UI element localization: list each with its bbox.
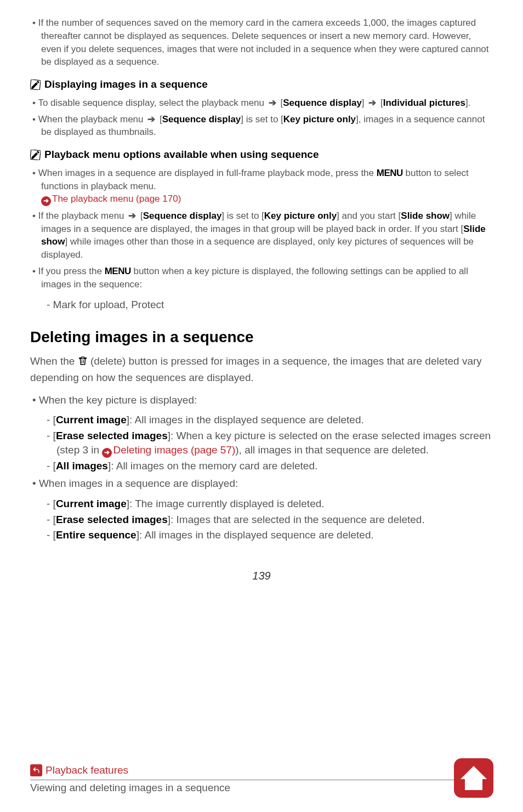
- scenario1-b: [Erase selected images]: When a key pict…: [56, 429, 493, 458]
- scenario1-sublist: [Current image]: All images in the displ…: [41, 413, 493, 473]
- arrow-icon: ➔: [368, 96, 376, 110]
- link-arrow-icon: ➜: [41, 196, 51, 206]
- breadcrumb-page: Viewing and deleting images in a sequenc…: [30, 781, 493, 796]
- intro-list: If the number of sequences saved on the …: [30, 16, 493, 69]
- scenario-sequence: When images in a sequence are displayed:…: [41, 476, 493, 542]
- scenario1-a: [Current image]: All images in the displ…: [56, 413, 493, 428]
- note2-sublist: Mark for upload, Protect: [41, 298, 493, 313]
- footer: Playback features Viewing and deleting i…: [30, 763, 493, 796]
- note1-item-a: To disable sequence display, select the …: [41, 96, 493, 110]
- note-playback-title: Playback menu options available when usi…: [44, 147, 319, 162]
- arrow-icon: ➔: [128, 209, 136, 223]
- menu-label: MENU: [105, 266, 131, 276]
- scenario2-c: [Entire sequence]: All images in the dis…: [56, 528, 493, 543]
- scenario-key-picture: When the key picture is displayed: [Curr…: [41, 393, 493, 474]
- trash-icon: [78, 355, 88, 371]
- arrow-icon: ➔: [269, 96, 276, 110]
- scenario2-b: [Erase selected images]: Images that are…: [56, 513, 493, 527]
- note-playback-heading: Playback menu options available when usi…: [30, 147, 493, 162]
- breadcrumb-section[interactable]: Playback features: [46, 763, 128, 778]
- note-displaying-heading: Displaying images in a sequence: [30, 77, 493, 92]
- note2-sub-item: Mark for upload, Protect: [56, 298, 493, 313]
- note2-item-c: If you press the MENU button when a key …: [41, 265, 493, 312]
- home-button[interactable]: [452, 756, 496, 800]
- note2-item-b: If the playback menu ➔ [Sequence display…: [41, 209, 493, 262]
- playback-menu-link[interactable]: The playback menu (page 170): [52, 192, 181, 206]
- scenario2-sublist: [Current image]: The image currently dis…: [41, 497, 493, 543]
- note1-item-b: When the playback menu ➔ [Sequence displ…: [41, 113, 493, 139]
- arrow-icon: ➔: [147, 113, 155, 126]
- intro-bullet: If the number of sequences saved on the …: [41, 16, 493, 69]
- deleting-heading: Deleting images in a sequence: [30, 326, 493, 348]
- scenario1-c: [All images]: All images on the memory c…: [56, 459, 493, 474]
- note1-list: To disable sequence display, select the …: [30, 96, 493, 139]
- deleting-images-link[interactable]: Deleting images (page 57): [113, 443, 235, 458]
- pencil-icon: [30, 80, 41, 90]
- delete-scenarios: When the key picture is displayed: [Curr…: [30, 393, 493, 543]
- deleting-paragraph: When the (delete) button is pressed for …: [30, 354, 493, 385]
- note2-item-a: When images in a sequence are displayed …: [41, 167, 493, 206]
- pencil-icon: [30, 150, 41, 160]
- page-number: 139: [30, 568, 493, 583]
- back-icon[interactable]: [30, 764, 42, 776]
- scenario2-a: [Current image]: The image currently dis…: [56, 497, 493, 512]
- menu-label: MENU: [377, 168, 403, 178]
- note2-list: When images in a sequence are displayed …: [30, 167, 493, 312]
- note-displaying-title: Displaying images in a sequence: [44, 77, 208, 92]
- link-arrow-icon: ➜: [102, 448, 112, 458]
